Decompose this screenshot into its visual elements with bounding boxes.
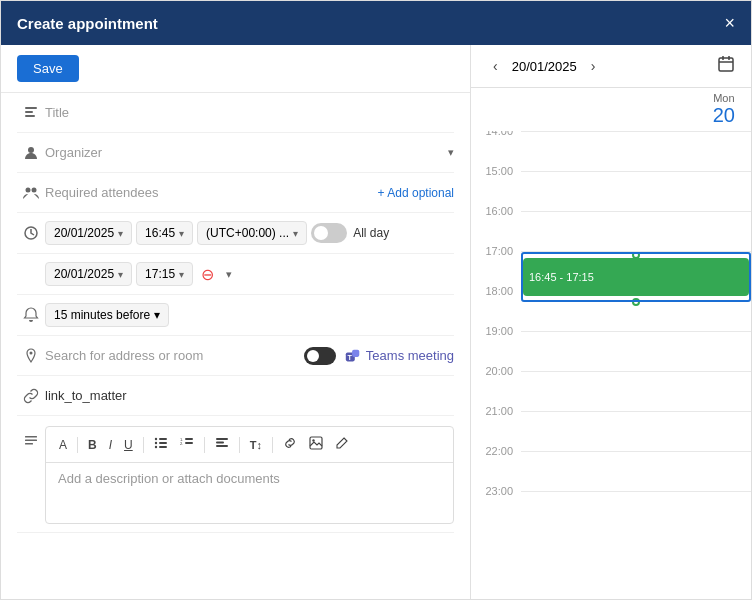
underline-button[interactable]: U <box>119 435 138 455</box>
title-row <box>17 93 454 133</box>
organizer-content: ▾ <box>45 145 454 160</box>
teams-label: Teams meeting <box>366 348 454 363</box>
remove-end-time-button[interactable]: ⊖ <box>201 265 214 284</box>
time-label: 22:00 <box>471 445 521 457</box>
calendar-next-button[interactable]: › <box>585 56 602 76</box>
time-cell[interactable] <box>521 171 751 211</box>
start-datetime-row: 20/01/2025 ▾ 16:45 ▾ (UTC+00:00) ... ▾ <box>17 213 454 254</box>
modal-header: Create appointment × <box>1 1 751 45</box>
end-time-arrow: ▾ <box>179 269 184 280</box>
svg-text:T: T <box>347 352 352 361</box>
pen-button[interactable] <box>330 433 354 456</box>
svg-rect-2 <box>25 115 35 117</box>
teams-toggle-switch[interactable] <box>304 347 336 365</box>
svg-rect-24 <box>216 438 228 440</box>
end-date-field[interactable]: 20/01/2025 ▾ <box>45 262 132 286</box>
svg-point-5 <box>32 187 37 192</box>
organizer-dropdown-arrow[interactable]: ▾ <box>448 146 454 159</box>
svg-point-3 <box>28 147 34 153</box>
title-icon <box>17 105 45 121</box>
toolbar-separator-2 <box>143 437 144 453</box>
time-cell[interactable]: 16:45 - 17:15 <box>521 211 751 251</box>
calendar-icon-button[interactable] <box>717 55 735 77</box>
bell-icon <box>17 307 45 323</box>
save-button[interactable]: Save <box>17 55 79 82</box>
bullets-button[interactable] <box>149 433 173 456</box>
svg-rect-26 <box>216 445 228 447</box>
time-label: 20:00 <box>471 365 521 377</box>
link-icon <box>17 388 45 404</box>
image-button[interactable] <box>304 433 328 456</box>
time-cell[interactable] <box>521 371 751 411</box>
reminder-value: 15 minutes before <box>54 308 150 322</box>
start-date-value: 20/01/2025 <box>54 226 114 240</box>
italic-button[interactable]: I <box>104 435 117 455</box>
time-label: 17:00 <box>471 245 521 257</box>
teams-toggle-knob <box>307 350 319 362</box>
calendar-day-header: Mon 20 <box>471 88 751 131</box>
form-section: ▾ Required attendees + Add optional <box>1 93 470 533</box>
align-button[interactable] <box>210 433 234 456</box>
text-size-button[interactable]: T↕ <box>245 436 267 454</box>
location-input[interactable] <box>45 348 296 363</box>
calendar-prev-button[interactable]: ‹ <box>487 56 504 76</box>
editor-container: A B I U 1.2. <box>45 426 454 524</box>
calendar-day-name: Mon <box>713 92 735 104</box>
numbered-button[interactable]: 1.2. <box>175 433 199 456</box>
svg-rect-12 <box>25 440 37 442</box>
calendar-header: ‹ 20/01/2025 › <box>471 45 751 88</box>
link-content <box>45 388 454 403</box>
start-date-arrow: ▾ <box>118 228 123 239</box>
teams-logo-icon: T <box>344 347 362 365</box>
svg-point-7 <box>30 351 33 354</box>
time-cell[interactable] <box>521 131 751 171</box>
end-time-field[interactable]: 17:15 ▾ <box>136 262 193 286</box>
start-time-value: 16:45 <box>145 226 175 240</box>
time-cell[interactable] <box>521 451 751 491</box>
modal-title: Create appointment <box>17 15 158 32</box>
reminder-select[interactable]: 15 minutes before ▾ <box>45 303 169 327</box>
calendar-day-column: Mon 20 <box>713 92 735 127</box>
create-appointment-modal: Create appointment × Save <box>0 0 752 600</box>
timezone-field[interactable]: (UTC+00:00) ... ▾ <box>197 221 307 245</box>
calendar-nav: ‹ 20/01/2025 › <box>487 56 601 76</box>
toolbar-separator-4 <box>239 437 240 453</box>
toolbar-separator-1 <box>77 437 78 453</box>
event-block[interactable]: 16:45 - 17:15 <box>523 258 749 296</box>
title-input[interactable] <box>45 105 454 120</box>
time-cell[interactable] <box>521 491 751 531</box>
organizer-input[interactable] <box>45 145 444 160</box>
all-day-toggle[interactable] <box>311 223 347 243</box>
svg-rect-0 <box>25 107 37 109</box>
editor-toolbar: A B I U 1.2. <box>46 427 453 463</box>
close-button[interactable]: × <box>724 14 735 32</box>
time-cell[interactable] <box>521 331 751 371</box>
time-label: 15:00 <box>471 165 521 177</box>
svg-point-16 <box>155 442 157 444</box>
clock-icon <box>17 225 45 241</box>
end-time-options-arrow[interactable]: ▾ <box>226 268 232 281</box>
svg-rect-17 <box>159 442 167 444</box>
editor-area[interactable]: Add a description or attach documents <box>46 463 453 523</box>
svg-rect-25 <box>216 442 224 444</box>
bold-button[interactable]: B <box>83 435 102 455</box>
attendees-row-inner: Required attendees + Add optional <box>45 185 454 200</box>
link-input[interactable] <box>45 388 454 403</box>
editor-row: A B I U 1.2. <box>17 416 454 533</box>
svg-rect-15 <box>159 438 167 440</box>
toolbar-row: Save <box>1 45 470 93</box>
svg-rect-27 <box>310 437 322 449</box>
datetime-row: 20/01/2025 ▾ 16:45 ▾ (UTC+00:00) ... ▾ <box>45 221 389 245</box>
font-size-button[interactable]: A <box>54 435 72 455</box>
time-label: 23:00 <box>471 485 521 497</box>
start-time-field[interactable]: 16:45 ▾ <box>136 221 193 245</box>
link-button[interactable] <box>278 433 302 456</box>
start-time-arrow: ▾ <box>179 228 184 239</box>
attendees-icon <box>17 185 45 201</box>
start-datetime-content: 20/01/2025 ▾ 16:45 ▾ (UTC+00:00) ... ▾ <box>45 221 454 245</box>
svg-rect-11 <box>25 436 37 438</box>
start-date-field[interactable]: 20/01/2025 ▾ <box>45 221 132 245</box>
location-content: T Teams meeting <box>45 347 454 365</box>
add-optional-button[interactable]: + Add optional <box>378 186 454 200</box>
time-cell[interactable] <box>521 411 751 451</box>
